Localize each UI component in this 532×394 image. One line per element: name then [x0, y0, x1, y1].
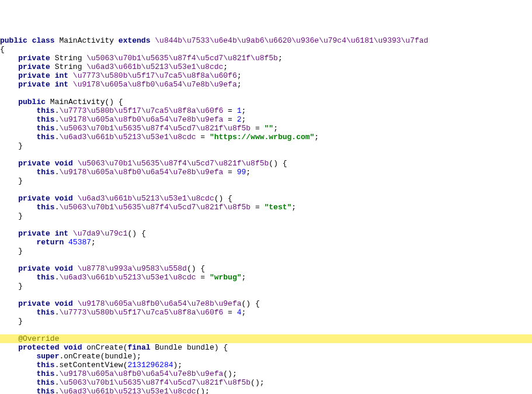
code-line: private void \u6ad3\u661b\u5213\u53e1\u8…	[0, 194, 232, 203]
code-line: }	[0, 282, 23, 291]
code-line: private void \u5063\u70b1\u5635\u87f4\u5…	[0, 159, 287, 168]
code-line: public class MainActivity extends \u844b…	[0, 36, 428, 45]
blank-line	[0, 255, 5, 264]
kw-extends: extends	[119, 36, 151, 45]
blank-line	[0, 220, 5, 229]
parent-class: \u844b\u7533\u6e4b\u9ab6\u6620\u936e\u79…	[155, 36, 428, 45]
code-line: this.\u9178\u605a\u8fb0\u6a54\u7e8b\u9ef…	[0, 115, 246, 124]
code-line: this.\u9178\u605a\u8fb0\u6a54\u7e8b\u9ef…	[0, 369, 237, 378]
code-line: this.\u6ad3\u661b\u5213\u53e1\u8cdc();	[0, 387, 210, 394]
blank-line	[0, 89, 5, 98]
code-line: this.\u9178\u605a\u8fb0\u6a54\u7e8b\u9ef…	[0, 168, 251, 177]
code-line: super.onCreate(bundle);	[0, 352, 141, 361]
code-line: this.\u5063\u70b1\u5635\u87f4\u5cd7\u821…	[0, 124, 278, 133]
kw-public: public	[0, 36, 27, 45]
code-line: private int \u9178\u605a\u8fb0\u6a54\u7e…	[0, 80, 242, 89]
blank-line	[0, 326, 5, 334]
code-line: }	[0, 247, 23, 255]
code-line: this.\u7773\u580b\u5f17\u7ca5\u8f8a\u60f…	[0, 106, 246, 115]
blank-line	[0, 291, 5, 299]
code-line: public MainActivity() {	[0, 98, 123, 106]
highlighted-line: @Override	[0, 334, 532, 343]
code-line: this.\u5063\u70b1\u5635\u87f4\u5cd7\u821…	[0, 378, 265, 387]
code-line: private int \u7773\u580b\u5f17\u7ca5\u8f…	[0, 71, 242, 80]
code-line: private void \u8778\u993a\u9583\u558d() …	[0, 264, 205, 273]
kw-class: class	[32, 36, 55, 45]
blank-line	[0, 150, 5, 159]
code-line: {	[0, 45, 5, 54]
code-line: }	[0, 141, 23, 150]
code-line: protected void onCreate(final Bundle bun…	[0, 343, 228, 352]
code-line: }	[0, 317, 23, 326]
code-line: private String \u5063\u70b1\u5635\u87f4\…	[0, 54, 283, 63]
code-line: }	[0, 177, 23, 185]
code-line: private int \u7da9\u79c1() {	[0, 229, 146, 238]
blank-line	[0, 185, 5, 194]
code-line: this.\u6ad3\u661b\u5213\u53e1\u8cdc = "w…	[0, 273, 246, 282]
code-line: this.\u7773\u580b\u5f17\u7ca5\u8f8a\u60f…	[0, 308, 246, 317]
code-line: this.\u6ad3\u661b\u5213\u53e1\u8cdc = "h…	[0, 133, 319, 141]
code-line: this.setContentView(2131296284);	[0, 361, 182, 369]
annotation-override: @Override	[18, 334, 59, 343]
code-line: }	[0, 212, 23, 220]
code-editor[interactable]: public class MainActivity extends \u844b…	[0, 35, 532, 394]
code-line: this.\u5063\u70b1\u5635\u87f4\u5cd7\u821…	[0, 203, 296, 212]
code-line: return 45387;	[0, 238, 96, 247]
code-line: private void \u9178\u605a\u8fb0\u6a54\u7…	[0, 299, 260, 308]
code-line: private String \u6ad3\u661b\u5213\u53e1\…	[0, 63, 228, 71]
